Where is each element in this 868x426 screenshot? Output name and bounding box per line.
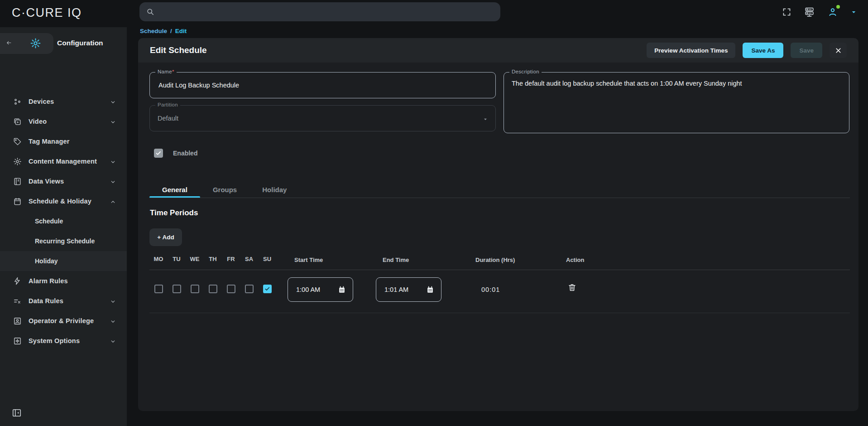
search-icon xyxy=(146,7,155,16)
table-row-divider xyxy=(149,313,850,313)
tab-divider xyxy=(149,198,850,198)
sidebar-subitem-schedule[interactable]: Schedule xyxy=(0,211,127,231)
video-icon xyxy=(12,116,22,126)
day-checkbox-th[interactable] xyxy=(209,285,217,293)
sidebar-nav: Devices Video Tag Manag xyxy=(0,92,127,351)
dropdown-caret-icon xyxy=(483,116,488,122)
data-views-icon xyxy=(12,176,22,186)
delete-row-button[interactable] xyxy=(567,283,577,292)
calendar-icon xyxy=(12,196,22,206)
search-input[interactable] xyxy=(159,8,494,16)
end-time-column-header: End Time xyxy=(383,257,409,263)
day-checkbox-sa[interactable] xyxy=(245,285,254,293)
save-as-button[interactable]: Save As xyxy=(743,43,783,58)
description-field[interactable]: Description The default audit log backup… xyxy=(504,72,849,133)
server-icon[interactable] xyxy=(804,6,815,18)
header-actions: Preview Activation Times Save As Save xyxy=(647,43,847,58)
chevron-down-icon xyxy=(110,179,116,185)
account-menu-caret-icon[interactable] xyxy=(850,9,857,15)
system-options-icon xyxy=(12,336,22,346)
name-input[interactable] xyxy=(158,76,488,94)
required-asterisk: * xyxy=(172,69,174,74)
day-checkbox-we[interactable] xyxy=(191,285,199,293)
panel-header: Edit Schedule Preview Activation Times S… xyxy=(138,38,858,63)
data-rules-icon xyxy=(12,296,22,306)
chevron-down-icon xyxy=(110,319,116,324)
sidebar-item-schedule-holiday[interactable]: Schedule & Holiday xyxy=(0,191,127,211)
time-periods-heading: Time Periods xyxy=(150,208,198,218)
sidebar-section-title: Configuration xyxy=(57,39,103,47)
description-text[interactable]: The default audit log backup schedule th… xyxy=(512,80,841,87)
breadcrumb-edit[interactable]: Edit xyxy=(175,28,187,34)
action-column-header: Action xyxy=(566,257,584,263)
sidebar-item-alarm-rules[interactable]: Alarm Rules xyxy=(0,271,127,291)
online-status-dot xyxy=(836,5,840,9)
sidebar-item-operator-privilege[interactable]: Operator & Privilege xyxy=(0,311,127,331)
calendar-picker-icon[interactable] xyxy=(337,285,346,294)
partition-select[interactable]: Partition Default xyxy=(149,105,496,131)
start-time-value: 1:00 AM xyxy=(296,286,337,293)
app-logo: C·CURE IQ xyxy=(12,6,82,20)
sidebar-item-video[interactable]: Video xyxy=(0,111,127,131)
sidebar-item-data-views[interactable]: Data Views xyxy=(0,171,127,191)
preview-activation-times-button[interactable]: Preview Activation Times xyxy=(647,43,735,58)
day-checkbox-mo[interactable] xyxy=(154,285,163,293)
calendar-picker-icon[interactable] xyxy=(426,285,435,294)
name-field-label: Name* xyxy=(155,69,177,74)
enabled-checkbox[interactable] xyxy=(154,149,163,158)
sidebar-item-data-rules[interactable]: Data Rules xyxy=(0,291,127,311)
name-field[interactable]: Name* xyxy=(149,72,496,98)
close-button[interactable] xyxy=(830,43,847,58)
start-time-column-header: Start Time xyxy=(294,257,323,263)
top-icon-group xyxy=(782,0,857,24)
account-icon[interactable] xyxy=(827,6,838,17)
end-time-value: 1:01 AM xyxy=(384,286,426,293)
sidebar-item-devices[interactable]: Devices xyxy=(0,92,127,111)
collapse-sidebar-icon[interactable] xyxy=(12,408,22,418)
duration-value: 00:01 xyxy=(481,286,500,293)
search-bar[interactable] xyxy=(139,2,500,21)
duration-column-header: Duration (Hrs) xyxy=(475,257,515,263)
sidebar-item-content-management[interactable]: Content Management xyxy=(0,151,127,171)
sidebar: Configuration Devices Video xyxy=(0,27,127,426)
tab-groups[interactable]: Groups xyxy=(200,181,249,198)
edit-schedule-panel: Edit Schedule Preview Activation Times S… xyxy=(138,38,858,411)
enabled-label: Enabled xyxy=(173,150,197,157)
sidebar-subitem-holiday[interactable]: Holiday xyxy=(0,251,127,271)
day-checkbox-fr[interactable] xyxy=(227,285,235,293)
trash-icon xyxy=(567,283,577,292)
day-checkbox-tu[interactable] xyxy=(173,285,181,293)
breadcrumb: Schedule/Edit xyxy=(140,28,187,34)
close-icon xyxy=(834,47,842,54)
configuration-gear-icon[interactable] xyxy=(30,38,41,49)
tab-holiday[interactable]: Holiday xyxy=(249,181,299,198)
sidebar-subitem-recurring-schedule[interactable]: Recurring Schedule xyxy=(0,231,127,251)
save-button-disabled[interactable]: Save xyxy=(791,43,822,58)
sidebar-item-tag-manager[interactable]: Tag Manager xyxy=(0,131,127,151)
tab-bar: General Groups Holiday xyxy=(149,181,299,198)
start-time-picker[interactable]: 1:00 AM xyxy=(288,277,353,302)
breadcrumb-separator: / xyxy=(170,28,172,34)
chevron-down-icon xyxy=(110,299,116,305)
enabled-checkbox-row[interactable]: Enabled xyxy=(154,149,197,158)
check-icon xyxy=(155,150,162,156)
tag-icon xyxy=(12,136,22,146)
end-time-picker[interactable]: 1:01 AM xyxy=(376,277,441,302)
chevron-up-icon xyxy=(110,199,116,205)
partition-value: Default xyxy=(158,115,178,122)
table-row-day-checkboxes xyxy=(149,285,276,293)
chevron-down-icon xyxy=(110,339,116,344)
sidebar-item-system-options[interactable]: System Options xyxy=(0,331,127,351)
operator-icon xyxy=(12,316,22,326)
tab-general[interactable]: General xyxy=(149,181,200,198)
description-field-label: Description xyxy=(509,69,542,74)
sidebar-section-header: Configuration xyxy=(0,27,127,59)
back-arrow-icon[interactable] xyxy=(5,39,12,46)
fullscreen-icon[interactable] xyxy=(782,7,791,17)
day-checkbox-su[interactable] xyxy=(263,285,272,293)
bolt-icon xyxy=(12,276,22,286)
gear-icon xyxy=(12,156,22,166)
breadcrumb-schedule[interactable]: Schedule xyxy=(140,28,167,34)
table-header-divider xyxy=(149,270,850,270)
add-time-period-button[interactable]: + Add xyxy=(149,228,182,246)
